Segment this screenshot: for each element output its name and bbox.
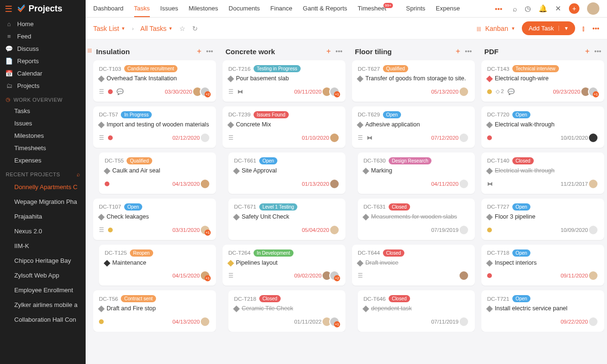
assignee-avatar[interactable] [588,316,598,327]
task-card[interactable]: DC-T125 Reopen Maintenance 04/15/2020 +1 [99,245,216,286]
add-card-button[interactable]: + [326,47,331,56]
recent-project[interactable]: Wepage Migration Pha [0,194,86,209]
task-card[interactable]: DC-T143 Technical interview Electrical r… [481,60,604,102]
task-card[interactable]: DC-T644 Closed Draft invoice ☰ [352,245,475,286]
assignee-avatar[interactable] [459,316,469,327]
tools-icon[interactable]: ✕ [555,4,561,13]
task-card[interactable]: DC-T103 Candidate recruitment Overhead T… [93,60,216,102]
assignee-avatar[interactable] [588,179,598,189]
global-add-button[interactable]: + [569,3,579,14]
sidebar-item-home[interactable]: ⌂Home [0,18,86,30]
sidebar-item-expenses[interactable]: Expenses [0,154,86,166]
sidebar-item-discuss[interactable]: 💬Discuss [0,42,86,55]
task-card[interactable]: DC-T239 Issues Found Concrete Mix ☰ 01/1… [223,106,345,148]
nav-finance[interactable]: Finance [270,0,292,17]
task-card[interactable]: DC-T727 Open Floor 3 pipeline 10/09/2020 [481,199,604,240]
assignee-avatar[interactable] [588,225,598,235]
search-icon[interactable]: ⌕ [513,5,517,13]
add-card-button[interactable]: + [585,47,589,56]
column-more-icon[interactable]: ••• [335,48,343,55]
add-card-button[interactable]: + [456,47,460,56]
assignee-avatar[interactable]: +1 [200,225,210,235]
app-logo[interactable]: Projects [17,4,62,14]
assignee-avatar[interactable]: +1 [588,86,598,97]
assignee-avatar[interactable] [329,133,340,143]
assignee-avatar[interactable] [200,179,210,189]
sidebar-item-calendar[interactable]: 📅Calendar [0,67,86,79]
assignee-avatar[interactable] [329,225,340,235]
task-card[interactable]: DC-T264 In Development Pipelines layout … [223,245,345,286]
task-card[interactable]: DC-T631 Closed Measurements for wooden s… [358,199,475,240]
recent-project[interactable]: Prajaahita [0,209,86,224]
assignee-avatar[interactable] [459,225,469,235]
refresh-icon[interactable]: ↻ [192,25,198,32]
add-card-button[interactable]: + [197,47,201,56]
recent-project[interactable]: Employee Enrollment [0,283,86,297]
sidebar-item-tasks[interactable]: Tasks [0,105,86,117]
nav-sprints[interactable]: Sprints [406,0,425,17]
column-more-icon[interactable]: ••• [465,48,472,55]
task-card[interactable]: DC-T646 Closed dependent task 07/11/2019 [358,290,475,332]
assignee-avatar[interactable]: +1 [200,270,210,281]
nav-issues[interactable]: Issues [160,0,178,17]
assignee-avatar[interactable] [459,86,469,97]
assignee-avatar[interactable]: +1 [329,316,340,327]
task-card[interactable]: DC-T56 Contract sent Draft and Fire stop… [93,290,216,332]
column-more-icon[interactable]: ••• [594,48,601,55]
task-card[interactable]: DC-T216 Testing in Progress Pour basemen… [223,60,345,102]
bell-icon[interactable]: 🔔 [538,4,548,13]
user-avatar[interactable] [587,2,599,15]
nav-dashboard[interactable]: Dashboard [93,0,124,17]
search-icon[interactable]: ⌕ [77,171,80,178]
column-more-icon[interactable]: ••• [206,48,213,55]
task-card[interactable]: DC-T140 Closed Electrical walk-through ⧓… [481,153,604,194]
work-overview-header[interactable]: ◷ WORK OVERVIEW [0,92,86,105]
star-icon[interactable]: ☆ [179,25,186,32]
more-icon[interactable]: ••• [495,5,502,13]
recent-project[interactable]: Zylsoft Web App [0,268,86,283]
assignee-avatar[interactable]: +2 [200,86,210,97]
task-card[interactable]: DC-T107 Open Check leakages ☰ 03/31/2020… [93,199,216,240]
nav-expense[interactable]: Expense [436,0,460,17]
task-card[interactable]: DC-T661 Open Site Approval 01/13/2020 [228,153,345,194]
nav-gantt-reports[interactable]: Gantt & Reports [303,0,347,17]
menu-icon[interactable]: ☰ [5,4,12,14]
recent-project[interactable]: Zylker airlines mobile a [0,297,86,312]
sidebar-item-reports[interactable]: 📄Reports [0,55,86,67]
recent-project[interactable]: Chipco Heritage Bay [0,253,86,268]
assignee-avatar[interactable] [200,316,210,327]
task-card[interactable]: DC-T718 Open Inspect interiors 09/11/202… [481,245,604,286]
nav-timesheet[interactable]: Timesheet99+ [358,0,396,17]
recent-project[interactable]: Collaboration Hall Con [0,312,86,327]
recent-project[interactable]: IIM-K [0,239,86,253]
sidebar-item-feed[interactable]: ≡Feed [0,30,86,42]
sidebar-item-projects[interactable]: 🗂Projects [0,79,86,92]
task-card[interactable]: DC-T721 Open Install electric service pa… [481,290,604,332]
sidebar-item-issues[interactable]: Issues [0,117,86,129]
nav-tasks[interactable]: Tasks [134,0,150,17]
assignee-avatar[interactable] [588,270,598,281]
assignee-avatar[interactable] [459,133,469,143]
assignee-avatar[interactable]: +1 [329,86,340,97]
task-card[interactable]: DC-T57 In Progress Import and testing of… [93,106,216,148]
more-icon[interactable]: ••• [592,25,599,32]
task-card[interactable]: DC-T629 Open Adhesive application ☰⧓ 07/… [352,106,475,148]
nav-milestones[interactable]: Milestones [188,0,218,17]
filter-icon[interactable]: ⫿ [582,24,586,32]
all-tasks-crumb[interactable]: All Tasks ▼ [140,25,173,32]
assignee-avatar[interactable]: +2 [329,270,340,281]
assignee-avatar[interactable] [459,179,469,189]
sidebar-item-timesheets[interactable]: Timesheets [0,142,86,154]
task-card[interactable]: DC-T720 Open Electrical walk-through 10/… [481,106,604,148]
assignee-avatar[interactable] [459,270,469,281]
sidebar-item-milestones[interactable]: Milestones [0,129,86,142]
view-toggle[interactable]: ⫼ Kanban ▼ [476,25,515,32]
task-card[interactable]: DC-T55 Qualified Caulk and Air seal 04/1… [99,153,216,194]
task-list-crumb[interactable]: Task List ▼ [93,25,125,32]
task-card[interactable]: DC-T218 Closed Ceramic Tile Check 01/11/… [228,290,345,332]
nav-documents[interactable]: Documents [229,0,260,17]
assignee-avatar[interactable] [200,133,210,143]
recent-project[interactable]: Donnelly Apartments C [0,180,86,194]
task-card[interactable]: DC-T627 Qualified Transfer of goods from… [352,60,475,102]
chevron-down-icon[interactable]: ▼ [558,26,568,31]
